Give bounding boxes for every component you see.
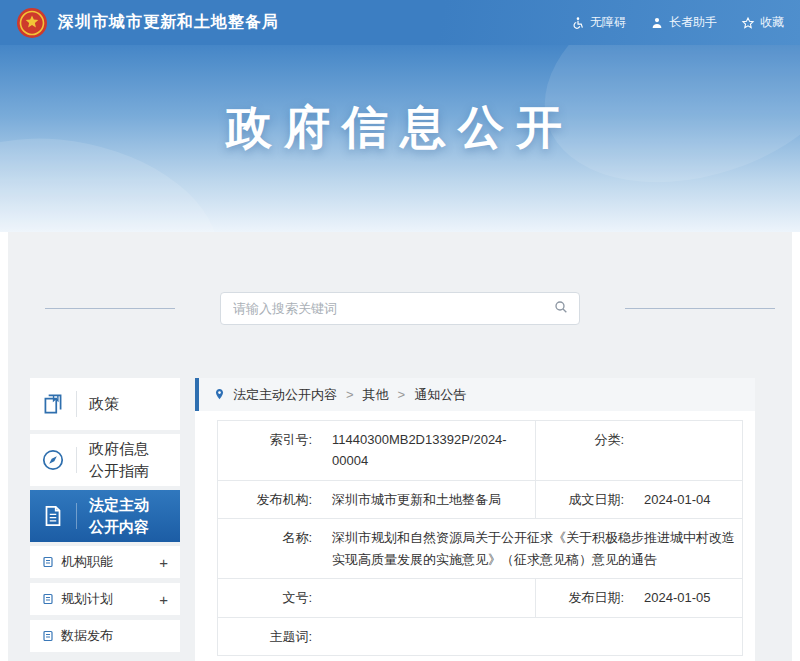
elder-assistant-link[interactable]: 长者助手	[650, 14, 717, 31]
document-icon	[30, 503, 76, 529]
sidebar-subitem-data-release[interactable]: 数据发布	[30, 620, 180, 652]
sidebar-item-disclosure-guide[interactable]: 政府信息公开指南	[30, 434, 180, 486]
breadcrumb-item[interactable]: 法定主动公开内容	[233, 386, 337, 404]
sidebar-item-policy[interactable]: 政策	[30, 378, 180, 430]
sidebar-item-statutory-disclosure[interactable]: 法定主动公开内容	[30, 490, 180, 542]
decorative-line-left	[45, 308, 175, 309]
name-value: 深圳市规划和自然资源局关于公开征求《关于积极稳步推进城中村改造实现高质量发展的实…	[318, 519, 742, 578]
compass-icon	[30, 447, 76, 473]
category-label: 分类:	[535, 421, 630, 480]
content-area: 政策 政府信息公开指南	[8, 232, 792, 661]
publish-date-label: 发布日期:	[535, 579, 630, 616]
sidebar-subitem-label: 数据发布	[61, 627, 113, 645]
sidebar-subitem-label: 机构职能	[61, 553, 113, 571]
index-value: 11440300MB2D13392P/2024-00004	[318, 421, 535, 480]
sidebar-subitem-org-functions[interactable]: 机构职能 +	[30, 546, 180, 578]
elder-assistant-icon	[650, 16, 664, 30]
national-emblem-icon	[16, 7, 48, 39]
table-row: 名称: 深圳市规划和自然资源局关于公开征求《关于积极稳步推进城中村改造实现高质量…	[218, 519, 742, 579]
sidebar-item-label: 法定主动公开内容	[77, 494, 153, 538]
layout: 政策 政府信息公开指南	[8, 378, 792, 661]
keywords-value	[318, 618, 742, 655]
sidebar: 政策 政府信息公开指南	[30, 378, 180, 661]
search-icon	[553, 299, 569, 318]
publisher-label: 发布机构:	[218, 481, 318, 518]
top-bar: 深圳市城市更新和土地整备局 无障碍	[0, 0, 800, 45]
written-date-value: 2024-01-04	[630, 481, 742, 518]
mini-doc-icon	[42, 556, 54, 568]
table-row: 索引号: 11440300MB2D13392P/2024-00004 分类:	[218, 421, 742, 481]
table-row: 文号: 发布日期: 2024-01-05	[218, 579, 742, 617]
decorative-line-right	[625, 308, 775, 309]
favorite-link[interactable]: 收藏	[741, 14, 784, 31]
written-date-label: 成文日期:	[535, 481, 630, 518]
site-name[interactable]: 深圳市城市更新和土地整备局	[58, 12, 279, 33]
sidebar-subitem-planning[interactable]: 规划计划 +	[30, 583, 180, 615]
elder-assistant-label: 长者助手	[669, 14, 717, 31]
breadcrumb-item[interactable]: 其他	[363, 386, 389, 404]
banner: 政府信息公开	[0, 45, 800, 232]
breadcrumb-item[interactable]: 通知公告	[414, 386, 466, 404]
category-value	[630, 421, 742, 480]
search-input[interactable]	[231, 300, 553, 317]
page: 深圳市城市更新和土地整备局 无障碍	[0, 0, 800, 661]
book-icon	[30, 391, 76, 417]
search-row	[8, 292, 792, 325]
main-panel: 法定主动公开内容 > 其他 > 通知公告 索引号: 11440300MB2D13…	[195, 378, 755, 661]
sidebar-subitem-label: 规划计划	[61, 590, 113, 608]
table-row: 发布机构: 深圳市城市更新和土地整备局 成文日期: 2024-01-04	[218, 481, 742, 519]
search-box	[220, 292, 580, 325]
doc-number-label: 文号:	[218, 579, 318, 616]
accessibility-link[interactable]: 无障碍	[571, 14, 626, 31]
expand-plus-icon[interactable]: +	[159, 555, 168, 570]
document-info-table: 索引号: 11440300MB2D13392P/2024-00004 分类: 发…	[217, 420, 743, 656]
utility-links: 无障碍 长者助手 收藏	[571, 14, 784, 31]
breadcrumb: 法定主动公开内容 > 其他 > 通知公告	[195, 378, 755, 411]
keywords-label: 主题词:	[218, 618, 318, 655]
breadcrumb-separator: >	[346, 387, 354, 402]
name-label: 名称:	[218, 519, 318, 578]
mini-doc-icon	[42, 630, 54, 642]
location-pin-icon	[213, 387, 226, 402]
accessibility-icon	[571, 16, 585, 30]
doc-number-value	[318, 579, 535, 616]
favorite-label: 收藏	[760, 14, 784, 31]
expand-plus-icon[interactable]: +	[159, 592, 168, 607]
star-icon	[741, 16, 755, 30]
table-row: 主题词:	[218, 618, 742, 655]
breadcrumb-separator: >	[398, 387, 406, 402]
accessibility-label: 无障碍	[590, 14, 626, 31]
publish-date-value: 2024-01-05	[630, 579, 742, 616]
mini-doc-icon	[42, 593, 54, 605]
page-title: 政府信息公开	[0, 45, 800, 159]
index-label: 索引号:	[218, 421, 318, 480]
search-button[interactable]	[553, 299, 569, 318]
sidebar-item-label: 政府信息公开指南	[77, 438, 153, 482]
publisher-value: 深圳市城市更新和土地整备局	[318, 481, 535, 518]
sidebar-item-label: 政策	[77, 393, 153, 415]
